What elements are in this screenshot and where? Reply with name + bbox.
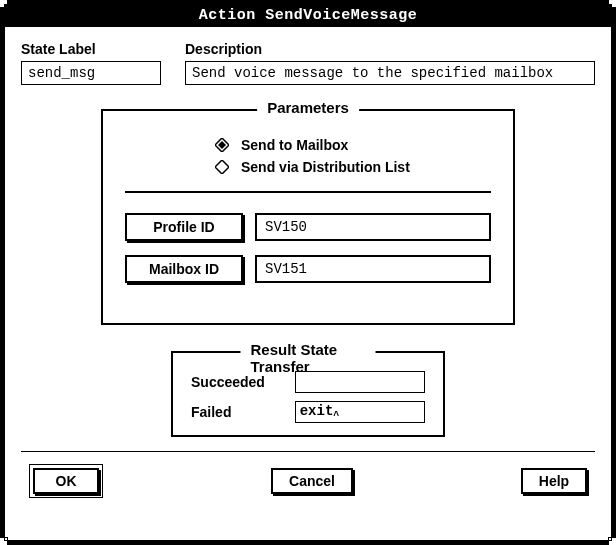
mailbox-id-label: Mailbox ID: [149, 261, 219, 277]
diamond-icon-unselected: [215, 160, 229, 174]
succeeded-label: Succeeded: [191, 374, 295, 390]
state-label-input[interactable]: send_msg: [21, 61, 161, 85]
ok-button-default-ring: OK: [29, 464, 103, 498]
description-value: Send voice message to the specified mail…: [192, 65, 553, 81]
profile-id-row: Profile ID SV150: [125, 213, 491, 241]
failed-label: Failed: [191, 404, 295, 420]
ok-button-label: OK: [56, 473, 77, 489]
cancel-button[interactable]: Cancel: [271, 468, 353, 494]
title-text: Action SendVoiceMessage: [199, 7, 418, 24]
title-bar: Action SendVoiceMessage: [5, 5, 611, 27]
result-legend: Result State Transfer: [241, 341, 376, 375]
state-label-column: State Label send_msg: [21, 41, 161, 85]
dialog-frame: Action SendVoiceMessage State Label send…: [4, 4, 612, 541]
diamond-icon-selected: [215, 138, 229, 152]
cancel-button-label: Cancel: [289, 473, 335, 489]
parameters-divider: [125, 191, 491, 193]
state-label-value: send_msg: [28, 65, 95, 81]
radio-send-via-distlist[interactable]: Send via Distribution List: [215, 159, 491, 175]
description-caption: Description: [185, 41, 595, 57]
profile-id-label: Profile ID: [153, 219, 214, 235]
result-state-transfer-group: Result State Transfer Succeeded Failed e…: [171, 351, 445, 437]
failed-value: exit: [300, 403, 334, 419]
button-row-divider: [21, 451, 595, 452]
succeeded-input[interactable]: [295, 371, 425, 393]
help-button-label: Help: [539, 473, 569, 489]
top-field-row: State Label send_msg Description Send vo…: [21, 41, 595, 85]
mailbox-id-row: Mailbox ID SV151: [125, 255, 491, 283]
parameters-group: Parameters Send to Mailbox Send via Dist…: [101, 109, 515, 325]
result-failed-row: Failed exit^: [191, 401, 425, 423]
description-column: Description Send voice message to the sp…: [185, 41, 595, 85]
profile-id-input[interactable]: SV150: [255, 213, 491, 241]
svg-marker-2: [215, 160, 229, 174]
svg-marker-1: [218, 141, 226, 149]
mailbox-id-label-button[interactable]: Mailbox ID: [125, 255, 243, 283]
radio-mailbox-label: Send to Mailbox: [241, 137, 348, 153]
help-button[interactable]: Help: [521, 468, 587, 494]
radio-send-to-mailbox[interactable]: Send to Mailbox: [215, 137, 491, 153]
radio-distlist-label: Send via Distribution List: [241, 159, 410, 175]
state-label-caption: State Label: [21, 41, 161, 57]
result-succeeded-row: Succeeded: [191, 371, 425, 393]
mailbox-id-value: SV151: [265, 261, 307, 277]
failed-input[interactable]: exit^: [295, 401, 425, 423]
profile-id-label-button[interactable]: Profile ID: [125, 213, 243, 241]
text-caret-icon: ^: [333, 411, 339, 422]
profile-id-value: SV150: [265, 219, 307, 235]
mailbox-id-input[interactable]: SV151: [255, 255, 491, 283]
dialog-content: State Label send_msg Description Send vo…: [5, 27, 611, 508]
parameters-legend: Parameters: [257, 99, 359, 116]
dialog-button-row: OK Cancel Help: [21, 464, 595, 498]
ok-button[interactable]: OK: [33, 468, 99, 494]
description-input[interactable]: Send voice message to the specified mail…: [185, 61, 595, 85]
